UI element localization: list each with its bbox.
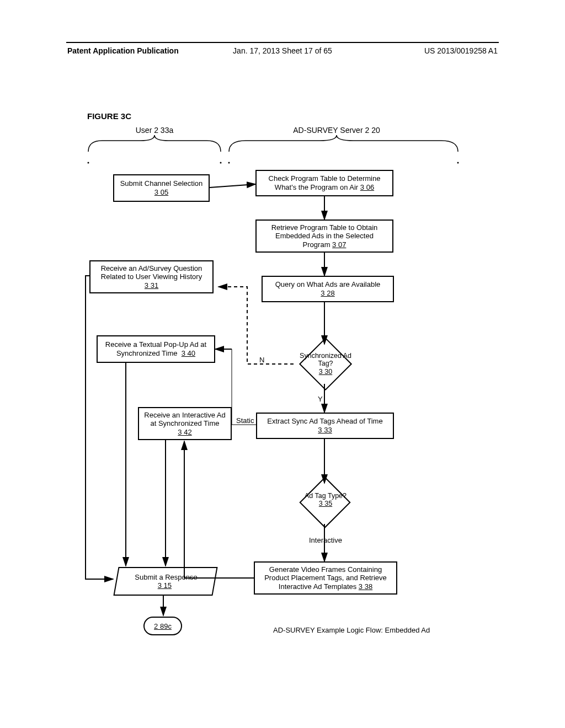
box-receive-popup: Receive a Textual Pop-Up Ad at Synchroni… <box>97 335 215 363</box>
svg-line-4 <box>210 184 255 188</box>
box-submit-channel: Submit Channel Selection 3 05 <box>113 174 210 202</box>
box-ref: 3 15 <box>158 581 172 590</box>
box-submit-response: Submit a Response 3 15 <box>113 567 217 596</box>
diamond-ad-tag-type: Ad Tag Type? 3 35 <box>291 480 360 525</box>
box-ref: 3 28 <box>321 289 334 298</box>
header-rule <box>66 42 499 43</box>
svg-point-1 <box>220 162 222 164</box>
label-y: Y <box>318 395 323 403</box>
box-text: Retrieve Program Table to Obtain Embedde… <box>260 223 389 240</box>
connector-289c: 2 89c <box>143 617 182 635</box>
box-retrieve-program: Retrieve Program Table to Obtain Embedde… <box>255 220 393 253</box>
box-text: Submit Channel Selection <box>120 179 203 188</box>
box-ref: 3 05 <box>154 188 168 197</box>
box-generate-frames: Generate Video Frames Containing Product… <box>254 561 397 595</box>
box-text: Generate Video Frames Containing Product… <box>258 565 393 591</box>
label-n: N <box>259 356 264 364</box>
label-static: Static <box>236 416 254 425</box>
page-root: Patent Application Publication Jan. 17, … <box>0 0 565 728</box>
box-ref: 3 33 <box>318 426 332 435</box>
braces-svg <box>0 0 565 728</box>
box-text: Receive a Textual Pop-Up Ad at Synchroni… <box>101 340 211 357</box>
box-text2: Program 3 07 <box>303 240 347 249</box>
box-text: Receive an Interactive Ad at Synchronize… <box>142 411 227 428</box>
arrows-svg <box>0 0 565 728</box>
svg-point-3 <box>457 162 459 164</box>
lane-label-user: User 2 33a <box>121 126 188 135</box>
box-extract-sync: Extract Sync Ad Tags Ahead of Time 3 33 <box>256 413 394 439</box>
connector-ref: 2 89c <box>154 622 172 630</box>
diamond-sync-tag: Synchronized Ad Tag? 3 30 <box>292 342 359 386</box>
box-ref: 3 31 <box>145 281 158 290</box>
label-interactive: Interactive <box>309 536 342 544</box>
box-text: Query on What Ads are Available <box>275 280 381 289</box>
box-text: Submit a Response <box>135 573 198 581</box>
box-text: Receive an Ad/Survey Question Related to… <box>94 264 209 281</box>
svg-point-0 <box>88 162 89 164</box>
lane-label-server: AD-SURVEY Server 2 20 <box>265 126 408 135</box>
header-right: US 2013/0019258 A1 <box>424 46 498 55</box>
box-check-program: Check Program Table to Determine What's … <box>255 170 393 196</box>
svg-point-2 <box>228 162 230 164</box>
footer-caption: AD-SURVEY Example Logic Flow: Embedded A… <box>273 626 430 634</box>
box-query-ads: Query on What Ads are Available 3 28 <box>262 276 394 302</box>
box-text: Check Program Table to Determine What's … <box>260 174 389 191</box>
box-receive-interactive: Receive an Interactive Ad at Synchronize… <box>138 407 232 440</box>
box-ref: 3 42 <box>178 428 191 437</box>
box-text: Extract Sync Ad Tags Ahead of Time <box>267 417 382 426</box>
box-receive-survey: Receive an Ad/Survey Question Related to… <box>89 260 214 293</box>
figure-title: FIGURE 3C <box>87 111 131 121</box>
